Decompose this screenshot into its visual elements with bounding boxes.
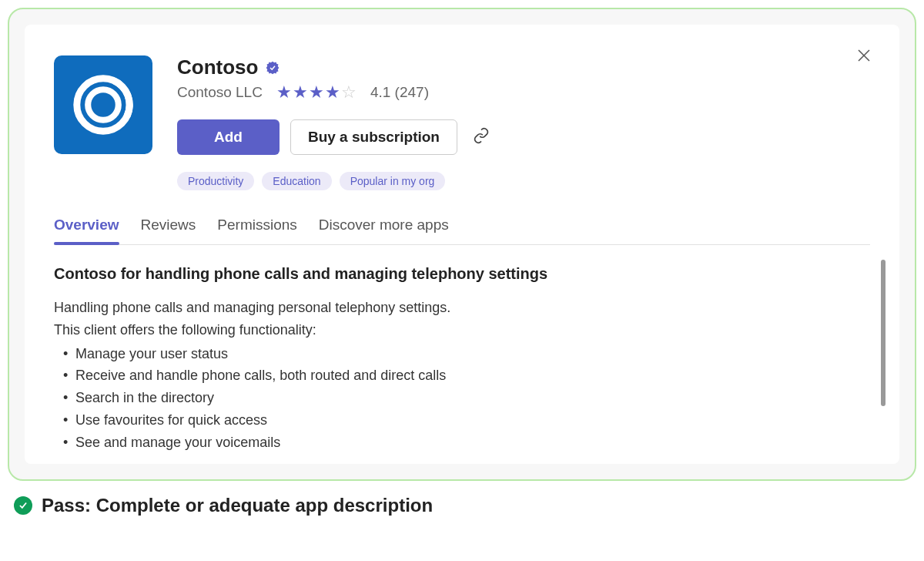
star-empty-icon: ☆	[341, 82, 357, 102]
svg-point-1	[88, 89, 119, 120]
app-title: Contoso	[177, 55, 258, 79]
rating-value: 4.1 (247)	[370, 84, 429, 101]
app-header: Contoso Contoso LLC ★★★★☆ 4.1 (247) Add …	[54, 55, 870, 190]
check-icon	[18, 500, 28, 511]
buy-subscription-button[interactable]: Buy a subscription	[290, 119, 457, 155]
feature-list: Manage your user statusReceive and handl…	[54, 343, 870, 454]
tag[interactable]: Popular in my org	[340, 172, 446, 190]
tab-reviews[interactable]: Reviews	[141, 217, 196, 244]
app-icon	[54, 55, 152, 154]
overview-heading: Contoso for handling phone calls and man…	[54, 265, 870, 283]
feature-item: Manage your user status	[54, 343, 870, 365]
link-icon	[473, 127, 490, 144]
star-filled-icon: ★	[276, 82, 292, 102]
rating-stars: ★★★★☆	[276, 82, 357, 102]
feature-item: See and manage your voicemails	[54, 432, 870, 454]
tabs: OverviewReviewsPermissionsDiscover more …	[54, 217, 870, 245]
status-label: Pass: Complete or adequate app descripti…	[42, 495, 433, 516]
close-button[interactable]	[856, 48, 872, 66]
tag[interactable]: Productivity	[177, 172, 254, 190]
tab-discover-more-apps[interactable]: Discover more apps	[319, 217, 449, 244]
pass-icon	[14, 496, 32, 515]
tab-permissions[interactable]: Permissions	[217, 217, 296, 244]
copy-link-button[interactable]	[473, 127, 490, 147]
scrollbar-thumb[interactable]	[881, 260, 886, 406]
star-filled-icon: ★	[309, 82, 324, 102]
feature-item: Use favourites for quick access	[54, 409, 870, 432]
tag[interactable]: Education	[262, 172, 331, 190]
feature-item: Search in the directory	[54, 387, 870, 409]
validation-status: Pass: Complete or adequate app descripti…	[8, 495, 916, 516]
tab-overview[interactable]: Overview	[54, 217, 119, 244]
publisher-name: Contoso LLC	[177, 84, 263, 101]
star-filled-icon: ★	[293, 82, 308, 102]
add-button[interactable]: Add	[177, 119, 280, 155]
app-info: Contoso Contoso LLC ★★★★☆ 4.1 (247) Add …	[177, 55, 870, 190]
overview-intro-2: This client offers the following functio…	[54, 319, 870, 341]
overview-content: Contoso for handling phone calls and man…	[54, 265, 870, 454]
tags-row: ProductivityEducationPopular in my org	[177, 172, 870, 190]
close-icon	[856, 48, 872, 63]
feature-item: Receive and handle phone calls, both rou…	[54, 364, 870, 387]
app-detail-card: Contoso Contoso LLC ★★★★☆ 4.1 (247) Add …	[25, 25, 899, 464]
app-listing-frame: Contoso Contoso LLC ★★★★☆ 4.1 (247) Add …	[8, 8, 916, 481]
verified-badge-icon	[266, 61, 280, 75]
app-logo-icon	[69, 70, 138, 139]
overview-intro-1: Handling phone calls and managing person…	[54, 297, 870, 319]
star-filled-icon: ★	[325, 82, 340, 102]
